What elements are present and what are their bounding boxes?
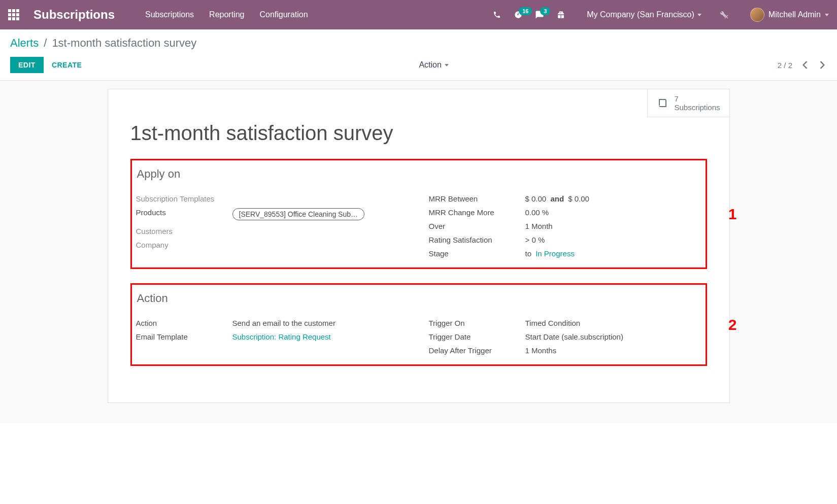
debug-icon[interactable] <box>720 10 729 19</box>
pager-next[interactable] <box>818 59 827 71</box>
edit-button[interactable]: EDIT <box>10 57 44 73</box>
action-label: Action <box>419 60 441 70</box>
pager: 2 / 2 <box>778 59 827 71</box>
product-tag[interactable]: [SERV_89553] Office Cleaning Sub… <box>232 208 365 220</box>
stage-link[interactable]: In Progress <box>535 249 575 258</box>
email-template-link[interactable]: Subscription: Rating Request <box>232 332 331 341</box>
user-name: Mitchell Admin <box>768 10 821 19</box>
label-subscription-templates: Subscription Templates <box>136 194 232 203</box>
value-mrr-change-more: 0.00 % <box>525 208 549 217</box>
pager-previous[interactable] <box>800 59 810 71</box>
section-title-action: Action <box>136 292 701 305</box>
value-action: Send an email to the customer <box>232 319 336 327</box>
top-navbar: Subscriptions Subscriptions Reporting Co… <box>0 0 837 29</box>
chevron-down-icon <box>445 64 449 66</box>
stat-count: 7 <box>674 94 720 103</box>
value-stage: to In Progress <box>525 249 575 258</box>
brand-title[interactable]: Subscriptions <box>34 8 115 22</box>
breadcrumb-parent[interactable]: Alerts <box>10 37 39 50</box>
label-products: Products <box>136 208 232 217</box>
label-action: Action <box>136 319 232 327</box>
label-mrr-change-more: MRR Change More <box>429 208 525 217</box>
chevron-down-icon <box>697 14 701 16</box>
discuss-badge: 3 <box>540 7 550 15</box>
value-mrr-between: $ 0.00 and $ 0.00 <box>525 194 589 203</box>
apply-on-section: 1 Apply on Subscription Templates Produc… <box>130 159 707 269</box>
apps-menu-icon[interactable] <box>8 9 19 20</box>
chevron-down-icon <box>825 14 829 16</box>
systray: 16 3 My Company (San Francisco) Mitchell… <box>492 8 829 22</box>
discuss-icon[interactable]: 3 <box>535 10 544 19</box>
label-trigger-date: Trigger Date <box>429 332 525 341</box>
label-stage: Stage <box>429 249 525 258</box>
company-switcher[interactable]: My Company (San Francisco) <box>587 10 701 19</box>
annotation-2: 2 <box>728 316 737 333</box>
value-rating-satisfaction: > 0 % <box>525 236 545 244</box>
activities-icon[interactable]: 16 <box>514 10 523 19</box>
menu-reporting[interactable]: Reporting <box>209 10 244 19</box>
menu-subscriptions[interactable]: Subscriptions <box>145 10 194 19</box>
activities-badge: 16 <box>519 7 532 15</box>
label-customers: Customers <box>136 227 232 236</box>
main-menu: Subscriptions Reporting Configuration <box>145 10 308 19</box>
form-sheet: 7 Subscriptions 1st-month satisfaction s… <box>108 89 730 403</box>
pager-value[interactable]: 2 / 2 <box>778 61 792 70</box>
label-mrr-between: MRR Between <box>429 194 525 203</box>
label-email-template: Email Template <box>136 332 232 341</box>
breadcrumb: Alerts / 1st-month satisfaction survey <box>10 37 827 50</box>
avatar <box>750 8 764 22</box>
stat-label: Subscriptions <box>674 103 720 112</box>
value-over: 1 Month <box>525 222 553 230</box>
phone-icon[interactable] <box>492 10 501 19</box>
company-name: My Company (San Francisco) <box>587 10 694 19</box>
label-rating-satisfaction: Rating Satisfaction <box>429 236 525 244</box>
gift-icon[interactable] <box>556 10 565 19</box>
value-trigger-on: Timed Condition <box>525 319 581 327</box>
action-section: 2 Action Action Send an email to the cus… <box>130 283 707 366</box>
form-view-wrap: 7 Subscriptions 1st-month satisfaction s… <box>0 81 837 423</box>
section-title-apply-on: Apply on <box>136 167 701 181</box>
label-delay-after-trigger: Delay After Trigger <box>429 346 525 355</box>
value-trigger-date: Start Date (sale.subscription) <box>525 332 623 341</box>
menu-configuration[interactable]: Configuration <box>259 10 308 19</box>
annotation-1: 1 <box>728 206 737 223</box>
stat-subscriptions-button[interactable]: 7 Subscriptions <box>647 89 729 117</box>
breadcrumb-current: 1st-month satisfaction survey <box>52 37 196 50</box>
label-trigger-on: Trigger On <box>429 319 525 327</box>
label-over: Over <box>429 222 525 230</box>
record-title: 1st-month satisfaction survey <box>130 122 707 145</box>
user-menu[interactable]: Mitchell Admin <box>750 8 829 22</box>
control-panel: Alerts / 1st-month satisfaction survey E… <box>0 29 837 81</box>
label-company: Company <box>136 241 232 249</box>
book-icon <box>657 97 669 109</box>
action-dropdown[interactable]: Action <box>419 60 448 70</box>
create-button[interactable]: CREATE <box>44 57 90 73</box>
value-delay-after-trigger: 1 Months <box>525 346 557 355</box>
breadcrumb-separator: / <box>44 37 47 50</box>
